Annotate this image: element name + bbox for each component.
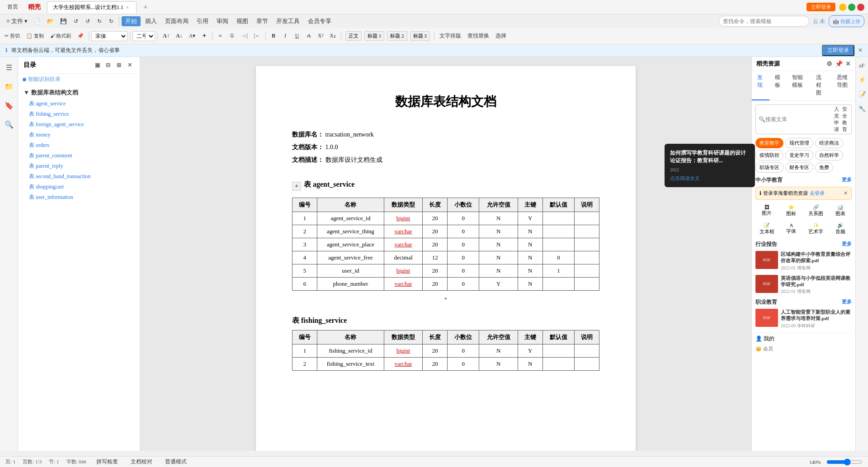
find-replace-btn[interactable]: 查找替换: [465, 30, 492, 42]
tab-close-btn[interactable]: ×: [126, 5, 129, 10]
type-font[interactable]: A字体: [780, 221, 802, 237]
tab-mindmap[interactable]: 思维导图: [831, 71, 855, 100]
type-image[interactable]: 🖼图片: [755, 203, 778, 219]
rp-pin-icon[interactable]: 📌: [835, 60, 843, 68]
italic-btn[interactable]: I: [280, 30, 291, 42]
rs-icon-2[interactable]: ⚡: [857, 75, 867, 85]
toc-item-2[interactable]: 表 foreign_agent_service: [18, 119, 140, 130]
rp-settings-icon[interactable]: ⚙: [826, 60, 832, 68]
cat-nature[interactable]: 自然科学: [815, 150, 843, 160]
copy-btn[interactable]: 📋 复制: [24, 30, 47, 42]
style-heading3[interactable]: 标题 3: [410, 31, 430, 41]
search-sidebar-icon[interactable]: 🔍: [2, 118, 16, 131]
cut-btn[interactable]: ✂ 剪切: [2, 30, 23, 42]
library-search[interactable]: 🔍 | 入党申请 安全教育: [755, 104, 852, 134]
industry-more-btn[interactable]: 更多: [842, 241, 852, 248]
cat-party[interactable]: 党史学习: [785, 150, 813, 160]
toc-btn2[interactable]: ⊟: [104, 61, 113, 70]
menu-reference[interactable]: 引用: [193, 16, 212, 26]
cat-econ[interactable]: 经济商法: [815, 138, 843, 148]
cat-mgmt[interactable]: 现代管理: [785, 138, 813, 148]
type-audio[interactable]: 🔊音频: [829, 221, 852, 237]
style-normal[interactable]: 正文: [345, 31, 362, 41]
menu-start[interactable]: 开始: [122, 16, 141, 26]
cat-free[interactable]: 免费: [815, 162, 833, 173]
toc-item-1[interactable]: 表 fishing_service: [18, 109, 140, 119]
paste-btn[interactable]: 📌: [75, 30, 86, 42]
rs-icon-3[interactable]: 📝: [857, 90, 867, 99]
go-login-btn[interactable]: 去登录: [810, 190, 825, 197]
resource-title-0[interactable]: 区域构建中小学教育质量综合评价改革的探索.pdf: [781, 251, 852, 264]
list-btn[interactable]: ≡: [215, 30, 226, 42]
superscript-btn[interactable]: X²: [315, 30, 326, 42]
format-painter-btn[interactable]: 🖌 格式刷: [47, 30, 74, 42]
toc-item-9[interactable]: 表 user_information: [18, 192, 140, 203]
resource-title-pro-0[interactable]: 人工智能背景下新型职业人的素养需求与培养对策.pdf: [781, 309, 852, 322]
clear-format-btn[interactable]: ✦: [199, 30, 210, 42]
library-search-input[interactable]: [765, 116, 833, 123]
font-color-btn[interactable]: A▾: [186, 30, 198, 42]
tab-discover[interactable]: 发现: [752, 71, 769, 100]
style-heading2[interactable]: 标题 2: [387, 31, 407, 41]
table1-add-row-btn[interactable]: +: [292, 182, 301, 191]
professional-more-btn[interactable]: 更多: [842, 298, 852, 306]
toc-item-7[interactable]: 表 second_hand_transaction: [18, 171, 140, 182]
zoom-slider[interactable]: [826, 458, 863, 466]
open-btn[interactable]: 📂: [44, 15, 57, 27]
toc-item-6[interactable]: 表 parent_reply: [18, 161, 140, 171]
tab-flowchart[interactable]: 流程图: [811, 71, 831, 100]
file-dropdown[interactable]: ≡ 文件 ▾: [4, 15, 30, 27]
redo2-btn[interactable]: ↻: [106, 15, 117, 27]
notif-login-btn[interactable]: 立即登录: [822, 45, 854, 56]
indent-more-btn[interactable]: →|: [238, 30, 250, 42]
new-btn[interactable]: 📄: [31, 15, 43, 27]
popup-read-btn[interactable]: 点击阅读全文: [670, 175, 750, 182]
cat-edu[interactable]: 教育教学: [755, 138, 783, 148]
font-size-select[interactable]: 二号: [132, 31, 155, 41]
menu-page-layout[interactable]: 页面布局: [161, 16, 192, 26]
type-icon[interactable]: ⭐图标: [780, 203, 802, 219]
notice-dismiss-btn[interactable]: ✕: [844, 190, 848, 196]
undo-btn[interactable]: ↺: [71, 15, 81, 27]
rp-close-icon[interactable]: ✕: [845, 60, 851, 68]
maximize-btn[interactable]: [848, 4, 855, 11]
menu-chapter[interactable]: 章节: [253, 16, 272, 26]
minimize-btn[interactable]: [839, 4, 846, 11]
font-family-select[interactable]: 宋体: [91, 31, 127, 41]
toc-item-3[interactable]: 表 money: [18, 130, 140, 140]
normal-mode-btn[interactable]: 普通模式: [162, 456, 189, 467]
underline-btn[interactable]: U: [292, 30, 302, 42]
resource-title-1[interactable]: 英语倡语与小学低段英语网课教学研究.pdf: [781, 275, 852, 288]
document-area[interactable]: 数据库表结构文档 数据库名： tracsation_network 文档版本： …: [140, 57, 751, 451]
menu-insert[interactable]: 插入: [142, 16, 160, 26]
toc-root-item[interactable]: ▼ 数据库表结构文档: [18, 87, 140, 99]
type-chart[interactable]: 📊图表: [829, 203, 852, 219]
redo-btn[interactable]: ↻: [94, 15, 105, 27]
bold-btn[interactable]: B: [268, 30, 279, 42]
toc-btn3[interactable]: ⊞: [114, 61, 123, 70]
toc-item-8[interactable]: 表 shoppingcart: [18, 182, 140, 192]
close-btn[interactable]: [857, 4, 864, 11]
cloud-save-btn[interactable]: 云 未: [810, 15, 828, 27]
font-shrink-btn[interactable]: A↓: [173, 30, 185, 42]
register-btn[interactable]: 立即登录: [807, 3, 835, 11]
cat-workplace[interactable]: 职场专区: [755, 162, 783, 173]
style-heading1[interactable]: 标题 1: [364, 31, 384, 41]
menu-review[interactable]: 审阅: [213, 16, 232, 26]
menu-vip[interactable]: 会员专享: [304, 16, 335, 26]
spell-check-btn[interactable]: 拼写检查: [94, 456, 121, 467]
bookmark-icon[interactable]: 🔖: [2, 99, 16, 112]
select-btn[interactable]: 选择: [493, 30, 509, 42]
document-tab[interactable]: 大学生校园帮系...设计文档1.1 ×: [47, 1, 137, 13]
rs-icon-1[interactable]: aF: [857, 61, 867, 71]
type-textbox[interactable]: 📝文本框: [755, 221, 778, 237]
toc-item-0[interactable]: 表 agent_service: [18, 99, 140, 109]
toc-icon[interactable]: ☰: [2, 61, 16, 74]
type-art[interactable]: ✨艺术字: [805, 221, 827, 237]
tab-ai-template[interactable]: 智能模板: [787, 71, 811, 100]
primary-more-btn[interactable]: 更多: [842, 176, 852, 184]
cat-finance[interactable]: 财务专区: [785, 162, 813, 173]
ai-assist-btn[interactable]: 🤖 拍摄上传: [829, 15, 864, 27]
type-relation[interactable]: 🔗关系图: [805, 203, 827, 219]
toc-item-4[interactable]: 表 orders: [18, 140, 140, 151]
